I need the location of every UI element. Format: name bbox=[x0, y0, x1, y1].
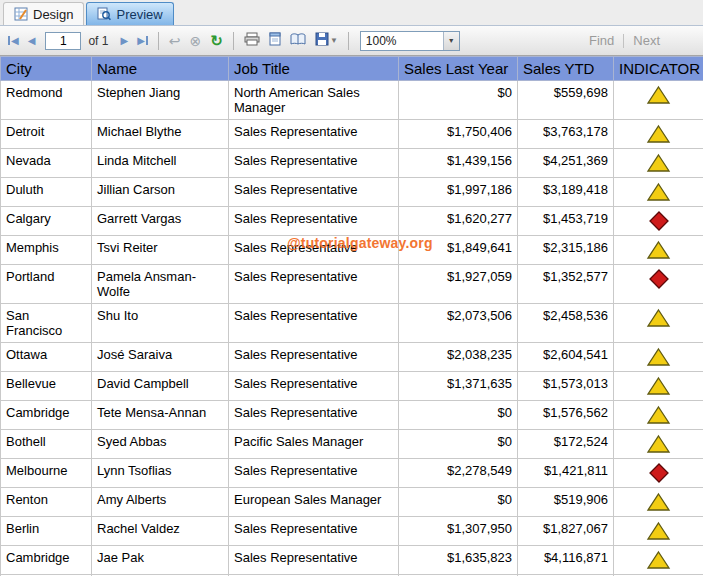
export-button[interactable]: ▼ bbox=[312, 30, 341, 51]
tab-strip: Design Preview bbox=[0, 0, 703, 26]
cell-city: Memphis bbox=[1, 236, 92, 265]
table-row: Berlin Rachel Valdez Sales Representativ… bbox=[1, 517, 703, 546]
previous-page-button[interactable]: ◀ bbox=[25, 34, 39, 48]
cell-indicator bbox=[614, 459, 703, 488]
cell-name: Stephen Jiang bbox=[92, 81, 229, 120]
cell-job-title: Sales Representative bbox=[229, 304, 399, 343]
table-row: Ottawa José Saraiva Sales Representative… bbox=[1, 343, 703, 372]
table-row: Bellevue David Campbell Sales Representa… bbox=[1, 372, 703, 401]
table-header-row: City Name Job Title Sales Last Year Sale… bbox=[1, 57, 703, 81]
search-area: Find Next bbox=[589, 33, 660, 48]
design-grid-icon bbox=[14, 7, 28, 21]
indicator-triangle-icon bbox=[646, 521, 671, 541]
toolbar-separator bbox=[158, 32, 159, 50]
cell-sales-ytd: $3,189,418 bbox=[518, 178, 614, 207]
print-layout-button[interactable] bbox=[266, 30, 284, 51]
cell-indicator bbox=[614, 265, 703, 304]
cell-city: Bothell bbox=[1, 430, 92, 459]
tab-design[interactable]: Design bbox=[3, 2, 84, 25]
cell-indicator bbox=[614, 372, 703, 401]
cell-city: Detroit bbox=[1, 120, 92, 149]
print-layout-icon bbox=[269, 32, 281, 49]
column-header-indicator[interactable]: INDICATOR bbox=[614, 57, 703, 81]
table-row: Cambridge Tete Mensa-Annan Sales Represe… bbox=[1, 401, 703, 430]
cell-name: Lynn Tsoflias bbox=[92, 459, 229, 488]
cell-city: Portland bbox=[1, 265, 92, 304]
indicator-triangle-icon bbox=[646, 550, 671, 570]
cell-sales-ytd: $1,576,562 bbox=[518, 401, 614, 430]
cell-indicator bbox=[614, 149, 703, 178]
table-row: Duluth Jillian Carson Sales Representati… bbox=[1, 178, 703, 207]
table-row: Nevada Linda Mitchell Sales Representati… bbox=[1, 149, 703, 178]
cell-sales-last-year: $2,278,549 bbox=[399, 459, 518, 488]
cell-city: Cambridge bbox=[1, 401, 92, 430]
cell-name: Jillian Carson bbox=[92, 178, 229, 207]
print-button[interactable] bbox=[241, 30, 263, 51]
first-page-button[interactable]: ◀ bbox=[5, 34, 22, 48]
cell-sales-last-year: $0 bbox=[399, 488, 518, 517]
back-button[interactable]: ↩ bbox=[166, 32, 184, 50]
cell-sales-ytd: $3,763,178 bbox=[518, 120, 614, 149]
cell-city: Calgary bbox=[1, 207, 92, 236]
cell-job-title: Sales Representative bbox=[229, 265, 399, 304]
stop-icon: ⊗ bbox=[190, 34, 202, 48]
cell-city: Duluth bbox=[1, 178, 92, 207]
indicator-triangle-icon bbox=[646, 434, 671, 454]
column-header-sales-last-year[interactable]: Sales Last Year bbox=[399, 57, 518, 81]
stop-button[interactable]: ⊗ bbox=[187, 32, 205, 50]
table-row: Renton Amy Alberts European Sales Manage… bbox=[1, 488, 703, 517]
cell-sales-ytd: $4,116,871 bbox=[518, 546, 614, 575]
cell-job-title: Sales Representative bbox=[229, 517, 399, 546]
column-header-sales-ytd[interactable]: Sales YTD bbox=[518, 57, 614, 81]
cell-indicator bbox=[614, 178, 703, 207]
cell-indicator bbox=[614, 401, 703, 430]
cell-name: Shu Ito bbox=[92, 304, 229, 343]
cell-name: David Campbell bbox=[92, 372, 229, 401]
cell-sales-last-year: $0 bbox=[399, 401, 518, 430]
table-row: Portland Pamela Ansman-Wolfe Sales Repre… bbox=[1, 265, 703, 304]
cell-name: Garrett Vargas bbox=[92, 207, 229, 236]
cell-name: Tete Mensa-Annan bbox=[92, 401, 229, 430]
cell-sales-last-year: $1,307,950 bbox=[399, 517, 518, 546]
zoom-dropdown-arrow-icon[interactable]: ▼ bbox=[443, 32, 459, 50]
find-link[interactable]: Find bbox=[589, 33, 614, 48]
next-page-button[interactable]: ▶ bbox=[117, 34, 131, 48]
indicator-triangle-icon bbox=[646, 492, 671, 512]
table-row: Bothell Syed Abbas Pacific Sales Manager… bbox=[1, 430, 703, 459]
printer-icon bbox=[244, 32, 260, 49]
column-header-name[interactable]: Name bbox=[92, 57, 229, 81]
indicator-diamond-icon bbox=[649, 463, 669, 483]
column-header-job-title[interactable]: Job Title bbox=[229, 57, 399, 81]
cell-indicator bbox=[614, 488, 703, 517]
tab-preview[interactable]: Preview bbox=[86, 2, 173, 25]
report-body: City Name Job Title Sales Last Year Sale… bbox=[0, 56, 703, 576]
cell-name: Amy Alberts bbox=[92, 488, 229, 517]
last-page-button[interactable]: ▶ bbox=[134, 34, 151, 48]
table-row: Redmond Stephen Jiang North American Sal… bbox=[1, 81, 703, 120]
report-table-body: Redmond Stephen Jiang North American Sal… bbox=[1, 81, 703, 576]
table-row: Memphis Tsvi Reiter Sales Representative… bbox=[1, 236, 703, 265]
find-next-link[interactable]: Next bbox=[633, 33, 660, 48]
page-number-input[interactable] bbox=[45, 32, 81, 50]
export-dropdown-caret-icon: ▼ bbox=[330, 36, 338, 45]
cell-name: Syed Abbas bbox=[92, 430, 229, 459]
cell-city: Redmond bbox=[1, 81, 92, 120]
cell-sales-last-year: $1,997,186 bbox=[399, 178, 518, 207]
cell-city: Ottawa bbox=[1, 343, 92, 372]
next-page-icon: ▶ bbox=[120, 36, 128, 46]
column-header-city[interactable]: City bbox=[1, 57, 92, 81]
report-toolbar: ◀ ◀ of 1 ▶ ▶ ↩ ⊗ ↻ bbox=[0, 26, 703, 56]
refresh-button[interactable]: ↻ bbox=[207, 31, 226, 50]
cell-job-title: Sales Representative bbox=[229, 372, 399, 401]
zoom-dropdown[interactable]: 100% ▼ bbox=[360, 31, 460, 51]
table-row: Melbourne Lynn Tsoflias Sales Representa… bbox=[1, 459, 703, 488]
cell-job-title: Sales Representative bbox=[229, 120, 399, 149]
cell-city: Bellevue bbox=[1, 372, 92, 401]
cell-sales-last-year: $0 bbox=[399, 81, 518, 120]
page-setup-book-icon bbox=[290, 33, 306, 49]
cell-name: Tsvi Reiter bbox=[92, 236, 229, 265]
cell-indicator bbox=[614, 207, 703, 236]
cell-sales-ytd: $1,827,067 bbox=[518, 517, 614, 546]
cell-indicator bbox=[614, 304, 703, 343]
page-setup-button[interactable] bbox=[287, 31, 309, 51]
